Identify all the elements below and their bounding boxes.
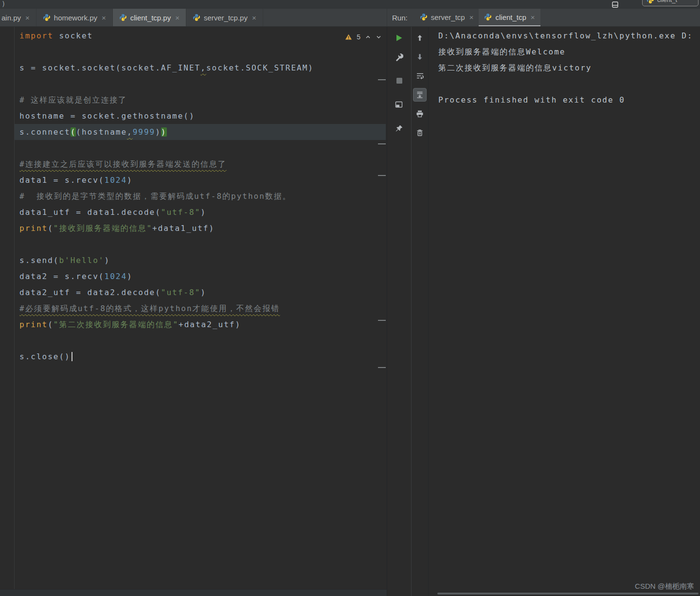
clear-all-button[interactable] [413,126,427,140]
window-widget-icon[interactable] [612,1,618,9]
code-token: ) [161,127,167,137]
run-config-label: client_t [657,0,677,3]
console-scrollbar[interactable] [437,593,699,595]
code-line[interactable]: import socket [15,28,386,44]
stop-icon [396,77,403,84]
tab-bar-row: ain.py × homework.py × client_tcp.py × [0,9,700,27]
tab-label: homework.py [54,14,97,22]
text-caret [72,352,72,361]
console-line: 第二次接收到服务器端的信息victory [438,60,700,76]
scroll-to-end-icon [416,91,424,99]
close-icon[interactable]: × [25,14,30,22]
down-arrow-icon [416,53,424,61]
run-toolbar [387,27,411,596]
soft-wrap-icon [416,72,424,80]
python-icon [484,13,492,21]
code-token: ( [71,127,76,137]
soft-wrap-button[interactable] [413,69,427,83]
code-line[interactable]: data1_utf = data1.decode("utf-8") [15,204,386,220]
close-icon[interactable]: × [175,14,179,22]
editor-gutter[interactable] [0,27,15,589]
next-warning-icon[interactable] [376,34,382,40]
code-token: ( [48,224,54,233]
code-line[interactable]: s = socket.socket(socket.AF_INET,socket.… [15,60,386,76]
code-line[interactable]: s.connect((hostname,9999)) [15,124,386,140]
error-stripe-mark[interactable] [378,143,386,144]
run-tab-server-tcp[interactable]: server_tcp × [414,9,479,26]
close-icon[interactable]: × [469,13,474,21]
code-token: s.close() [19,352,71,361]
print-button[interactable] [413,107,427,121]
editor-code[interactable]: import socket s = socket.socket(socket.A… [15,28,386,365]
code-line[interactable]: # 这样应该就是创立连接了 [15,92,386,108]
code-line[interactable]: data1 = s.recv(1024) [15,172,386,188]
code-token: +data2_utf) [179,320,241,329]
code-line[interactable]: data2 = s.recv(1024) [15,268,386,284]
print-icon [416,110,424,118]
console-line: D:\Anaconda\envs\tensorflow_lzh\python.e… [438,28,700,44]
code-line[interactable]: #连接建立之后应该可以接收到服务器端发送的信息了 [15,156,386,172]
python-icon [420,13,428,21]
code-token: #连接建立之后应该可以接收到服务器端发送的信息了 [19,159,227,169]
code-token: "接收到服务器端的信息" [54,224,152,233]
console-toolbar [411,27,428,596]
scroll-to-end-button[interactable] [413,88,427,102]
code-token: ) [155,127,161,137]
python-icon [119,14,127,21]
code-token: "utf-8" [161,208,200,217]
code-token: "第二次接收到服务器端的信息" [54,320,179,329]
close-icon[interactable]: × [531,13,535,21]
code-line[interactable]: print("接收到服务器端的信息"+data1_utf) [15,220,386,236]
run-panel-title: Run: [392,14,408,22]
close-icon[interactable]: × [252,14,256,22]
code-line[interactable]: print("第二次接收到服务器端的信息"+data2_utf) [15,316,386,333]
code-token: hostname = socket.gethostname() [19,111,195,121]
code-line[interactable] [15,44,386,60]
code-line[interactable]: hostname = socket.gethostname() [15,108,386,124]
code-token: ( [48,320,54,329]
run-console[interactable]: D:\Anaconda\envs\tensorflow_lzh\python.e… [428,27,700,596]
code-token: data1_utf = data1.decode( [19,208,161,217]
editor-horizontal-scrollbar[interactable] [0,589,387,596]
code-line[interactable] [15,140,386,156]
edit-configurations-button[interactable] [393,50,406,64]
code-line[interactable] [15,236,386,252]
tab-client-tcp-py[interactable]: client_tcp.py × [113,9,186,26]
code-line[interactable] [15,76,386,92]
tab-label: client_tcp.py [130,14,171,22]
stop-button[interactable] [393,74,406,88]
titlebar: ) client_t [0,0,700,9]
code-line[interactable]: s.send(b'Hello') [15,252,386,268]
tab-homework-py[interactable]: homework.py × [36,9,113,26]
code-line[interactable]: # 接收到的是字节类型的数据，需要解码成utf-8的python数据。 [15,188,386,204]
prev-warning-icon[interactable] [365,34,371,40]
restore-layout-button[interactable] [393,98,406,111]
error-stripe-mark[interactable] [378,175,386,176]
editor-pane[interactable]: import socket s = socket.socket(socket.A… [0,27,387,596]
code-line[interactable] [15,333,386,349]
restore-layout-icon [395,101,403,108]
code-token: "utf-8" [161,288,200,297]
code-line[interactable]: data2_utf = data2.decode("utf-8") [15,284,386,300]
next-occurrence-button[interactable] [413,50,427,64]
error-stripe-mark[interactable] [378,367,386,368]
code-token: ) [200,288,206,297]
close-icon[interactable]: × [102,14,106,22]
prev-occurrence-button[interactable] [413,31,427,45]
code-line[interactable]: #必须要解码成utf-8的格式，这样python才能使用，不然会报错 [15,300,386,316]
tab-server-tcp-py[interactable]: server_tcp.py × [186,9,263,26]
code-token: #必须要解码成utf-8的格式，这样python才能使用，不然会报错 [19,304,280,313]
error-stripe-mark[interactable] [378,320,386,321]
run-config-selector[interactable]: client_t [642,0,699,6]
code-token: , [127,127,133,137]
console-output[interactable]: D:\Anaconda\envs\tensorflow_lzh\python.e… [438,28,700,108]
rerun-button[interactable] [393,31,406,45]
inspections-widget[interactable]: 5 [345,33,382,41]
run-tab-client-tcp[interactable]: client_tcp × [479,9,540,26]
error-stripe-mark[interactable] [378,79,386,80]
python-icon [646,0,654,4]
tab-main-py[interactable]: ain.py × [0,9,36,26]
code-line[interactable]: s.close() [15,349,386,365]
editor-tab-bar: ain.py × homework.py × client_tcp.py × [0,9,387,26]
pin-tab-button[interactable] [393,122,406,135]
